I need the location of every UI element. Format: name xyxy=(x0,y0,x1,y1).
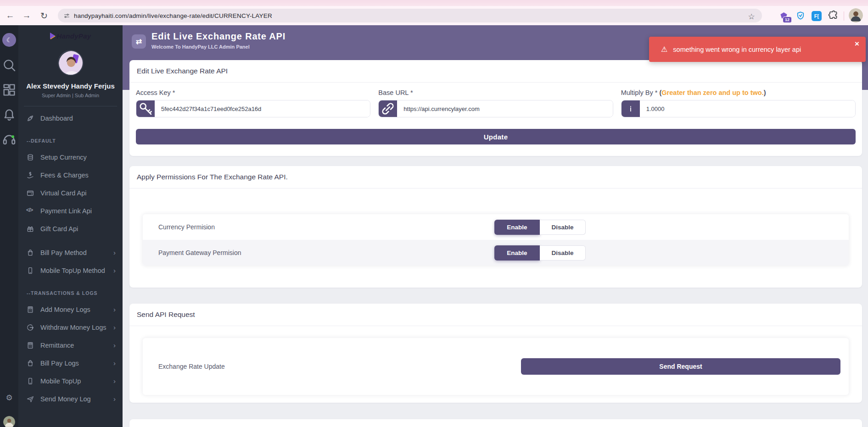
sidebar-item-setup-currency[interactable]: Setup Currency xyxy=(18,148,123,166)
toast-close-icon[interactable]: × xyxy=(855,39,859,49)
url-text: handypayhaiti.com/admin/live/exchange-ra… xyxy=(74,12,272,19)
extension-purple-icon[interactable]: 12 xyxy=(778,10,790,22)
chevron-right-icon: › xyxy=(113,323,116,331)
multiply-by-input[interactable] xyxy=(640,100,855,117)
moon-icon: ☾ xyxy=(6,36,12,44)
chevron-right-icon: › xyxy=(113,341,116,349)
phone-icon xyxy=(26,266,34,275)
currency-permission-label: Currency Permision xyxy=(158,223,215,231)
extensions-puzzle-icon[interactable] xyxy=(827,10,839,22)
sidebar-item-virtual-card-api[interactable]: Virtual Card Api xyxy=(18,184,123,202)
rocket-icon xyxy=(26,114,34,122)
coins-icon xyxy=(26,153,34,161)
send-request-button[interactable]: Send Request xyxy=(521,358,840,375)
browser-chrome: ← → ↻ handypayhaiti.com/admin/live/excha… xyxy=(0,0,868,25)
sidebar-item-payment-link-api[interactable]: </> Payment Link Api xyxy=(18,202,123,220)
payment-gateway-enable-button[interactable]: Enable xyxy=(494,245,540,261)
base-url-input[interactable] xyxy=(397,100,612,117)
sidebar-item-add-money-logs[interactable]: Add Money Logs › xyxy=(18,300,123,318)
reload-button[interactable]: ↻ xyxy=(38,9,50,22)
logo-mark-icon xyxy=(50,33,55,39)
multiply-by-label: Multiply By xyxy=(621,89,653,96)
code-icon: </> xyxy=(26,207,34,215)
calculator-icon xyxy=(26,341,34,349)
page-subtitle: Welcome To HandyPay LLC Admin Panel xyxy=(151,44,250,50)
shield-extension-icon[interactable] xyxy=(795,10,806,22)
key-icon xyxy=(136,100,155,117)
sidebar-item-bill-pay-logs[interactable]: Bill Pay Logs › xyxy=(18,354,123,372)
calculator-icon xyxy=(26,305,34,314)
browser-toolbar: ← → ↻ handypayhaiti.com/admin/live/excha… xyxy=(0,6,868,25)
browser-profile-avatar[interactable] xyxy=(849,8,863,22)
sidebar-item-remittance[interactable]: Remittance › xyxy=(18,336,123,354)
chevron-right-icon: › xyxy=(113,305,116,313)
sidebar-item-mobile-topup[interactable]: Mobile TopUp › xyxy=(18,372,123,390)
forward-button[interactable]: → xyxy=(20,9,33,22)
shopping-bag-icon xyxy=(26,249,34,257)
request-table: Exchange Rate Update Send Request xyxy=(143,338,849,395)
sidebar-item-withdraw-money-logs[interactable]: Withdraw Money Logs › xyxy=(18,318,123,336)
settings-gear-icon[interactable]: ⚙ xyxy=(0,390,18,405)
profile-avatar xyxy=(58,50,84,76)
fees-hand-dollar-icon xyxy=(26,171,34,179)
payment-gateway-disable-button[interactable]: Disable xyxy=(540,245,586,261)
gift-icon xyxy=(26,225,34,233)
paper-plane-icon xyxy=(26,395,34,403)
user-name: Alex Stevedy Handy Ferjus xyxy=(18,82,123,90)
online-status-dot xyxy=(11,135,14,138)
exchange-rate-update-label: Exchange Rate Update xyxy=(158,363,225,370)
permissions-card-title: Apply Permissions For The Exchange Rate … xyxy=(129,166,862,189)
link-icon xyxy=(379,100,397,117)
support-headset-icon[interactable] xyxy=(0,132,18,147)
search-icon[interactable] xyxy=(0,57,18,73)
chevron-right-icon: › xyxy=(113,266,116,274)
apps-grid-icon[interactable] xyxy=(0,82,18,98)
field-base-url: Base URL * xyxy=(378,89,613,117)
address-bar[interactable]: handypayhaiti.com/admin/live/exchange-ra… xyxy=(58,9,762,22)
page-title: Edit Live Exchange Rate API xyxy=(151,31,286,42)
card-title: Edit Live Exchange Rate API xyxy=(129,60,862,83)
chevron-right-icon: › xyxy=(113,359,116,367)
chevron-right-icon: › xyxy=(113,249,116,256)
currency-enable-button[interactable]: Enable xyxy=(494,220,540,235)
wallet-icon xyxy=(26,189,34,197)
notifications-bell-icon[interactable] xyxy=(0,107,18,123)
send-api-request-title: Send API Request xyxy=(129,304,862,326)
payment-gateway-permission-label: Payment Gateway Permision xyxy=(158,249,241,256)
withdraw-arrow-icon xyxy=(26,323,34,332)
field-access-key: Access Key * xyxy=(136,89,370,117)
phone-icon xyxy=(26,377,34,385)
access-key-input[interactable] xyxy=(155,100,370,117)
sidebar-item-fees-charges[interactable]: Fees & Charges xyxy=(18,166,123,184)
site-info-icon[interactable] xyxy=(63,12,70,19)
sidebar-item-mobile-topup-method[interactable]: Mobile TopUp Method › xyxy=(18,261,123,279)
dark-mode-toggle[interactable]: ☾ xyxy=(2,33,16,47)
sidebar-item-gift-card-api[interactable]: Gift Card Api xyxy=(18,220,123,238)
permission-row-currency: Currency Permision Enable Disable xyxy=(143,214,849,240)
permission-row-payment-gateway: Payment Gateway Permision Enable Disable xyxy=(143,240,849,266)
currency-disable-button[interactable]: Disable xyxy=(540,220,586,235)
back-button[interactable]: ← xyxy=(4,9,17,22)
handypay-logo[interactable]: HandyPay xyxy=(18,25,123,46)
bookmark-star-icon[interactable]: ☆ xyxy=(745,10,758,23)
edit-exchange-rate-card: Edit Live Exchange Rate API Access Key * xyxy=(129,60,862,156)
info-icon xyxy=(622,100,640,117)
chevron-right-icon: › xyxy=(113,395,116,403)
logo-text: HandyPay xyxy=(57,32,91,40)
admin-app: ☾ ⚙ HandyPay xyxy=(0,25,868,427)
exchange-icon: ⇄ xyxy=(132,34,146,49)
sidebar-menu: Dashboard --DEFAULT Setup Currency Fees … xyxy=(18,109,123,408)
permissions-card: Apply Permissions For The Exchange Rate … xyxy=(129,166,862,288)
sidebar-item-dashboard[interactable]: Dashboard xyxy=(18,109,123,127)
sidebar-item-bill-pay-method[interactable]: Bill Pay Method › xyxy=(18,244,123,261)
access-key-label: Access Key xyxy=(136,89,171,96)
update-button[interactable]: Update xyxy=(136,129,856,144)
send-api-request-card: Send API Request Exchange Rate Update Se… xyxy=(129,304,862,403)
multiply-by-hint: Greater than zero and up to two. xyxy=(661,89,763,96)
sidebar-item-send-money-log[interactable]: Send Money Log › xyxy=(18,390,123,408)
f-extension-icon[interactable]: F[ xyxy=(811,10,823,22)
sidebar-section-transactions: --TRANSACTIONS & LOGS xyxy=(18,279,123,300)
icon-rail: ☾ ⚙ xyxy=(0,25,18,427)
rail-user-avatar[interactable] xyxy=(3,416,15,427)
shopping-bag-icon xyxy=(26,359,34,367)
